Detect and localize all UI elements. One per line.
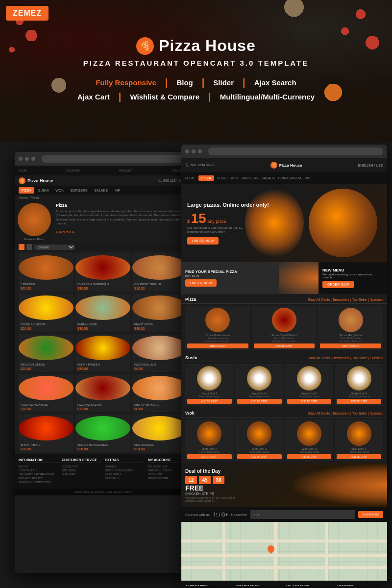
product-from: From Stable sauce: [337, 450, 381, 453]
newsletter-subscribe-button[interactable]: SUBSCRIBE: [358, 511, 383, 518]
add-to-cart-button[interactable]: ADD TO CART: [337, 454, 381, 459]
footer-col-title: Information: [236, 585, 282, 586]
nav-tab-vip[interactable]: VIP: [112, 187, 123, 194]
table-row: PIZZA BUILDER $6.00: [132, 334, 187, 372]
promo-right-subtitle: We build everything on our menu from scr…: [322, 273, 383, 279]
right-top-bar: 📞 600 1234 56 78 🍕 Pizza House ENGLISH /…: [181, 158, 387, 172]
footer-link[interactable]: AFFILIATES: [105, 473, 144, 476]
product-price: $20.00: [19, 287, 74, 292]
footer-link[interactable]: ACCOUNTS: [62, 465, 101, 468]
right-nav-home[interactable]: HOME: [185, 176, 196, 180]
show-more-link[interactable]: SHOW MORE: [56, 230, 74, 233]
product-name: FARM HOUSE: [75, 322, 130, 327]
deal-content: Deal of the Day 12 45 38 FREE CHICKEN ST…: [185, 468, 244, 502]
add-to-cart-button[interactable]: ADD TO CART: [187, 454, 232, 459]
footer-link[interactable]: BRANDS: [105, 465, 144, 468]
footer-col-title: Customer Service: [62, 458, 101, 463]
right-nav-sushi[interactable]: SUSHI: [217, 176, 227, 180]
nav-tab-pizza[interactable]: PIZZA: [19, 187, 34, 194]
right-nav-salads[interactable]: SALADS: [262, 176, 275, 180]
product-from: From Stable sauce: [187, 450, 232, 453]
nav-tab-salads[interactable]: SALADS: [92, 187, 111, 194]
sushi-products-row: Sushi Roll 1 From Stable sauce ADD TO CA…: [181, 362, 387, 408]
list-item: Sushi Roll 4 From Stable sauce ADD TO CA…: [335, 364, 383, 406]
deal-free-text: FREE: [185, 484, 244, 492]
grid-view-icon[interactable]: [19, 244, 24, 250]
timer-seconds: 38: [213, 476, 224, 484]
add-to-cart-button[interactable]: ADD TO CART: [187, 399, 232, 404]
left-register-link[interactable]: REGISTER: [66, 169, 81, 172]
left-login-link[interactable]: LOGIN: [18, 169, 27, 172]
zemez-logo: ZEMEZ: [6, 6, 49, 21]
product-name: CHEESE & BARBEQUE: [75, 282, 130, 287]
browser-chrome-left: [15, 152, 191, 166]
add-to-cart-button[interactable]: ADD TO CART: [337, 399, 381, 404]
hero-order-button[interactable]: ORDER NOW: [187, 237, 219, 245]
product-details: Ingredients: Tuna, pil...: [320, 340, 381, 343]
list-view-icon[interactable]: [26, 244, 32, 250]
promo-cta-button[interactable]: ORDER NOW: [185, 279, 217, 287]
newsletter-email-input[interactable]: [250, 510, 356, 519]
map-road-vertical-2: [274, 522, 277, 581]
footer-link[interactable]: PRIVACY POLICY: [19, 477, 58, 480]
product-name: FEAST PIZZA: [132, 322, 187, 327]
table-row: VEG SPECIAL $24.00: [132, 414, 187, 452]
add-to-cart-button[interactable]: ADD TO CART: [237, 454, 282, 459]
right-nav-pizza[interactable]: PIZZA: [198, 175, 214, 181]
sep2: |: [200, 77, 207, 88]
right-nav-drinks[interactable]: DRINKS/PIZZA: [278, 176, 301, 180]
map-road-horizontal-3: [181, 566, 387, 569]
sushi-section-links[interactable]: Shop All Deals | Bestsellers | Top Selle…: [308, 356, 383, 360]
add-to-cart-button[interactable]: ADD TO CART: [254, 343, 315, 348]
product-price: $20.00: [19, 447, 74, 452]
product-from: From Stable sauce: [287, 395, 332, 398]
wok-product-image-4: [347, 421, 371, 446]
footer-link[interactable]: SITE MAP: [62, 473, 101, 476]
add-to-cart-button[interactable]: ADD TO CART: [187, 343, 248, 348]
pizza-section-links[interactable]: Shop All Deals | Bestsellers | Top Selle…: [308, 298, 383, 301]
footer-link[interactable]: CONTACT US: [19, 469, 58, 472]
left-site-header: 🍕 Pizza House 📞 800 1234 56 78: [15, 175, 191, 186]
sort-select[interactable]: Default Price: Low to High Price: High t…: [34, 245, 75, 250]
right-footer-information: Information ABOUT US CONTACT US DELIVERY…: [236, 585, 282, 586]
right-nav-vip[interactable]: VIP: [304, 176, 310, 180]
right-nav-burgers[interactable]: BURGERS: [242, 176, 259, 180]
price-suffix: any pizza: [207, 219, 226, 224]
social-icons: f t i G+: [214, 512, 228, 517]
list-item: Pizza Margherita From Matta sauce Ingred…: [318, 306, 383, 350]
left-wishlist-link[interactable]: WISHLIST: [119, 169, 133, 172]
add-to-cart-button[interactable]: ADD TO CART: [287, 399, 332, 404]
footer-link[interactable]: DELIVERY INFORMATION: [19, 473, 58, 476]
footer-col-title: Information: [19, 458, 58, 463]
add-to-cart-button[interactable]: ADD TO CART: [237, 399, 282, 404]
promo-new-menu: NEW MENU We build everything on our menu…: [318, 262, 387, 294]
nav-tab-sushi[interactable]: SUSHI: [35, 187, 51, 194]
map-road-horizontal-2: [181, 554, 387, 557]
add-to-cart-button[interactable]: ADD TO CART: [320, 343, 381, 348]
filter-bar: Default Price: Low to High Price: High t…: [15, 243, 191, 251]
deal-countdown-timer: 12 45 38: [185, 476, 244, 484]
promo-right-title: NEW MENU: [322, 268, 383, 273]
table-row: FARM HOUSE $30.00: [75, 294, 130, 332]
wok-section-links[interactable]: Shop All Deals | Bestsellers | Top Selle…: [308, 412, 383, 415]
footer-link[interactable]: ABOUT: [19, 465, 58, 468]
product-price: $12.00: [75, 407, 130, 412]
footer-link[interactable]: GIFT CERTIFICATES: [105, 469, 144, 472]
list-item: Sushi Roll 3 From Stable sauce ADD TO CA…: [285, 364, 334, 406]
list-item: Wok Dish 2 From Stable sauce ADD TO CART: [235, 419, 284, 461]
footer-link[interactable]: TERMS & CONDITIONS: [19, 481, 58, 484]
right-language-selector[interactable]: ENGLISH / USD: [358, 164, 383, 167]
nav-tab-wok[interactable]: WOK: [52, 187, 67, 194]
promo-right-cta-button[interactable]: ORDER NOW: [322, 281, 354, 288]
product-name: VEG SPECIAL: [132, 442, 187, 447]
right-nav-wok[interactable]: WOK: [230, 176, 239, 180]
product-name: SPICY TRIPLE: [19, 442, 74, 447]
footer-link[interactable]: SPECIALS: [105, 477, 144, 480]
add-to-cart-button[interactable]: ADD TO CART: [287, 454, 332, 459]
hero-section: Large pizzas. Online order only! $ 15 an…: [181, 184, 387, 262]
nav-tab-burgers[interactable]: BURGERS: [68, 187, 91, 194]
browser-dot-r1: [185, 149, 189, 153]
footer-link[interactable]: RETURNS: [62, 469, 101, 472]
footer-col-title: Categories: [185, 585, 232, 586]
product-price: $24.00: [132, 447, 187, 452]
